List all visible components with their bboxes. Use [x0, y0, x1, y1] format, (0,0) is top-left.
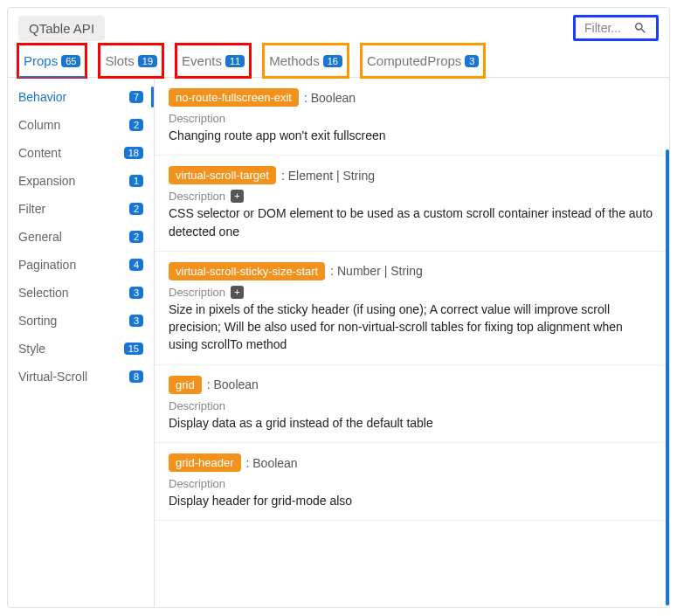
- sidebar-count-badge: 3: [129, 287, 143, 299]
- tab-label: Events: [182, 53, 222, 68]
- prop-item: virtual-scroll-target: Element | StringD…: [155, 156, 669, 252]
- content-pane[interactable]: no-route-fullscreen-exit: BooleanDescrip…: [155, 78, 669, 607]
- tab-events[interactable]: Events11: [176, 45, 250, 77]
- sidebar-count-badge: 2: [129, 119, 143, 131]
- scrollbar-thumb[interactable]: [666, 149, 669, 606]
- prop-header: virtual-scroll-target: Element | String: [169, 166, 655, 184]
- tab-count-badge: 16: [323, 55, 342, 67]
- sidebar-count-badge: 7: [129, 91, 143, 103]
- sidebar-count-badge: 2: [129, 203, 143, 215]
- tab-label: Props: [24, 53, 58, 68]
- sidebar-count-badge: 3: [129, 315, 143, 327]
- prop-header: virtual-scroll-sticky-size-start: Number…: [169, 262, 655, 280]
- prop-description: Display header for grid-mode also: [169, 492, 655, 509]
- prop-name-chip[interactable]: grid-header: [169, 453, 241, 472]
- sidebar-item-expansion[interactable]: Expansion1: [8, 167, 154, 195]
- prop-description: Display data as a grid instead of the de…: [169, 414, 655, 432]
- sidebar-item-behavior[interactable]: Behavior7: [8, 83, 154, 111]
- tab-count-badge: 19: [138, 55, 157, 67]
- prop-type: : Number | String: [330, 264, 423, 278]
- sidebar-count-badge: 15: [124, 343, 143, 355]
- sidebar-item-label: General: [18, 230, 62, 244]
- tab-label: Methods: [269, 53, 320, 68]
- tab-count-badge: 11: [225, 55, 245, 67]
- sidebar-item-selection[interactable]: Selection3: [8, 279, 154, 307]
- prop-desc-label: Description: [169, 477, 655, 490]
- prop-name-chip[interactable]: virtual-scroll-target: [169, 166, 276, 184]
- prop-item: grid: BooleanDescriptionDisplay data as …: [155, 365, 669, 443]
- tab-props[interactable]: Props65: [18, 45, 86, 77]
- prop-name-chip[interactable]: grid: [169, 376, 202, 394]
- sidebar-item-general[interactable]: General2: [8, 223, 154, 251]
- prop-name-chip[interactable]: virtual-scroll-sticky-size-start: [169, 262, 325, 280]
- tabs: Props65Slots19Events11Methods16ComputedP…: [8, 45, 669, 78]
- prop-type: : Boolean: [246, 456, 298, 470]
- prop-description: Changing route app won't exit fullscreen: [169, 127, 655, 144]
- sidebar-item-label: Column: [18, 118, 60, 132]
- sidebar-item-column[interactable]: Column2: [8, 111, 154, 139]
- sidebar-item-label: Content: [18, 146, 61, 160]
- sidebar-count-badge: 8: [129, 370, 143, 383]
- sidebar-item-label: Expansion: [18, 174, 75, 188]
- tab-slots[interactable]: Slots19: [100, 45, 162, 77]
- prop-description: CSS selector or DOM element to be used a…: [169, 204, 655, 240]
- sidebar-item-label: Pagination: [18, 258, 76, 272]
- prop-item: grid-header: BooleanDescriptionDisplay h…: [155, 443, 669, 521]
- sidebar-item-label: Selection: [18, 286, 69, 300]
- prop-type: : Boolean: [304, 91, 356, 105]
- prop-header: no-route-fullscreen-exit: Boolean: [169, 88, 655, 107]
- sidebar-item-content[interactable]: Content18: [8, 139, 154, 167]
- expand-icon[interactable]: +: [231, 190, 244, 203]
- prop-desc-label: Description: [169, 399, 655, 412]
- tab-label: Slots: [105, 53, 134, 68]
- filter-box[interactable]: [573, 15, 659, 41]
- body: Behavior7Column2Content18Expansion1Filte…: [8, 78, 669, 607]
- search-icon: [633, 21, 647, 35]
- tab-computedprops[interactable]: ComputedProps3: [362, 45, 485, 77]
- prop-desc-label: Description+: [169, 286, 655, 299]
- sidebar-item-label: Sorting: [18, 314, 57, 328]
- sidebar-count-badge: 4: [129, 259, 143, 271]
- sidebar-item-virtual-scroll[interactable]: Virtual-Scroll8: [8, 363, 154, 391]
- sidebar-item-style[interactable]: Style15: [8, 335, 154, 363]
- tab-count-badge: 65: [61, 55, 80, 67]
- tab-methods[interactable]: Methods16: [264, 45, 348, 77]
- prop-type: : Boolean: [207, 377, 259, 391]
- sidebar-count-badge: 18: [124, 147, 143, 159]
- page-title: QTable API: [18, 16, 105, 41]
- prop-desc-label: Description+: [169, 190, 655, 203]
- prop-item: virtual-scroll-sticky-size-start: Number…: [155, 252, 669, 365]
- prop-name-chip[interactable]: no-route-fullscreen-exit: [169, 88, 299, 107]
- prop-desc-label: Description: [169, 112, 655, 125]
- prop-header: grid-header: Boolean: [169, 453, 655, 472]
- sidebar-item-label: Virtual-Scroll: [18, 370, 87, 384]
- sidebar-item-sorting[interactable]: Sorting3: [8, 307, 154, 335]
- filter-input[interactable]: [584, 21, 628, 35]
- prop-description: Size in pixels of the sticky header (if …: [169, 301, 655, 354]
- sidebar-item-pagination[interactable]: Pagination4: [8, 251, 154, 279]
- prop-item: no-route-fullscreen-exit: BooleanDescrip…: [155, 78, 669, 156]
- tab-label: ComputedProps: [367, 53, 461, 68]
- header: QTable API: [8, 8, 669, 45]
- sidebar-count-badge: 1: [129, 175, 143, 187]
- sidebar-item-label: Filter: [18, 202, 45, 216]
- sidebar: Behavior7Column2Content18Expansion1Filte…: [8, 78, 155, 607]
- tab-count-badge: 3: [465, 55, 479, 67]
- api-card: QTable API Props65Slots19Events11Methods…: [7, 7, 670, 608]
- prop-header: grid: Boolean: [169, 376, 655, 394]
- sidebar-item-filter[interactable]: Filter2: [8, 195, 154, 223]
- sidebar-item-label: Style: [18, 342, 45, 356]
- expand-icon[interactable]: +: [231, 286, 244, 299]
- prop-type: : Element | String: [281, 169, 375, 183]
- sidebar-count-badge: 2: [129, 231, 143, 243]
- sidebar-item-label: Behavior: [18, 90, 66, 104]
